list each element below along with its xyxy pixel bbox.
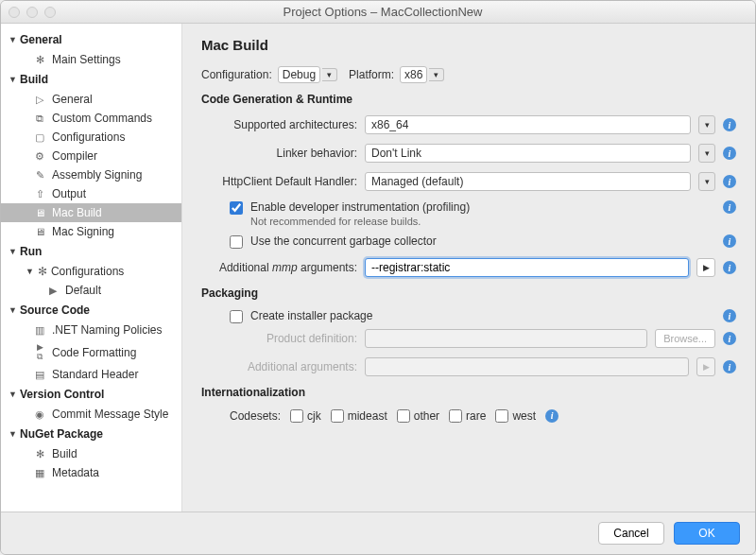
titlebar: Project Options – MacCollectionNew (1, 1, 755, 24)
terminal-icon: ⧉ (33, 113, 46, 125)
ok-button[interactable]: OK (674, 522, 740, 545)
linker-select[interactable]: Don't Link (365, 144, 691, 163)
info-icon[interactable] (723, 261, 736, 274)
other-checkbox[interactable] (397, 409, 410, 423)
configuration-label: Configuration: (201, 68, 272, 81)
rare-checkbox[interactable] (449, 409, 462, 423)
codeset-other[interactable]: other (397, 408, 439, 423)
box-icon: ▢ (33, 131, 46, 144)
gear-icon: ✻ (33, 54, 46, 66)
check-icon: ◉ (33, 408, 46, 421)
monitor-icon: 🖥 (33, 226, 46, 237)
window-body: ▼General ✻Main Settings ▼Build ▷General … (1, 24, 755, 512)
play-button[interactable]: ▶ (696, 258, 715, 277)
sidebar-section-run[interactable]: ▼Run (1, 241, 181, 262)
sidebar-item-custom-commands[interactable]: ⧉Custom Commands (1, 109, 181, 128)
sidebar-item-naming-policies[interactable]: ▥.NET Naming Policies (1, 321, 181, 339)
installer-checkbox[interactable] (230, 310, 243, 323)
info-icon[interactable] (723, 175, 736, 188)
linker-label: Linker behavior: (201, 147, 357, 160)
section-i18n: Internationalization (201, 386, 736, 399)
sidebar-item-build-general[interactable]: ▷General (1, 90, 181, 109)
disclosure-icon: ▼ (9, 429, 16, 439)
sidebar-section-general[interactable]: ▼General (1, 29, 181, 50)
info-icon[interactable] (723, 309, 736, 322)
codeset-mideast[interactable]: mideast (331, 408, 387, 423)
sidebar-item-assembly-signing[interactable]: ✎Assembly Signing (1, 165, 181, 184)
platform-label: Platform: (349, 68, 394, 81)
codeset-rare[interactable]: rare (449, 408, 486, 423)
sidebar-item-commit-style[interactable]: ◉Commit Message Style (1, 405, 181, 424)
mideast-checkbox[interactable] (331, 409, 344, 423)
gc-label: Use the concurrent garbage collector (250, 234, 437, 249)
codesets-label: Codesets: (230, 409, 281, 423)
gear-icon: ✻ (33, 448, 46, 460)
sidebar-item-mac-build[interactable]: 🖥Mac Build (1, 203, 181, 222)
arch-select[interactable]: x86_64 (365, 115, 691, 134)
browse-button: Browse... (655, 329, 715, 348)
chevron-down-icon[interactable]: ▾ (429, 68, 444, 81)
codeset-west[interactable]: west (495, 408, 536, 423)
section-packaging: Packaging (201, 286, 736, 300)
cjk-checkbox[interactable] (290, 409, 303, 423)
configuration-select[interactable]: Debug (278, 66, 320, 83)
play-icon: ▷ (33, 94, 46, 106)
addargs-input (365, 357, 689, 376)
platform-select[interactable]: x86 (400, 66, 427, 83)
sidebar-item-standard-header[interactable]: ▤Standard Header (1, 365, 181, 384)
cancel-button[interactable]: Cancel (598, 522, 664, 545)
http-label: HttpClient Default Handler: (201, 175, 357, 188)
info-icon[interactable] (545, 409, 558, 423)
sidebar-section-nuget[interactable]: ▼NuGet Package (1, 424, 181, 444)
config-platform-row: Configuration: Debug▾ Platform: x86▾ (201, 66, 736, 83)
page-icon: ▥ (33, 324, 46, 337)
format-icon: ▶ ⧉ (33, 342, 46, 362)
west-checkbox[interactable] (495, 409, 508, 423)
compiler-icon: ⚙ (33, 150, 46, 163)
proddef-input (365, 329, 647, 348)
http-select[interactable]: Managed (default) (365, 172, 691, 191)
mmp-input[interactable] (365, 258, 689, 277)
info-icon[interactable] (723, 332, 736, 345)
chevron-down-icon[interactable]: ▾ (698, 172, 715, 191)
sidebar-item-nuget-build[interactable]: ✻Build (1, 444, 181, 463)
project-options-window: Project Options – MacCollectionNew ▼Gene… (0, 0, 756, 555)
info-icon[interactable] (723, 234, 736, 248)
sidebar-item-mac-signing[interactable]: 🖥Mac Signing (1, 222, 181, 241)
sidebar: ▼General ✻Main Settings ▼Build ▷General … (1, 24, 182, 512)
dialog-footer: Cancel OK (1, 512, 755, 554)
info-icon[interactable] (723, 147, 736, 160)
profiling-checkbox[interactable] (230, 201, 243, 215)
chevron-down-icon[interactable]: ▾ (698, 115, 715, 134)
sidebar-item-configurations[interactable]: ▢Configurations (1, 128, 181, 147)
disclosure-icon: ▼ (9, 390, 16, 399)
sidebar-item-main-settings[interactable]: ✻Main Settings (1, 50, 181, 69)
chevron-down-icon[interactable]: ▾ (698, 144, 715, 163)
sidebar-item-code-formatting[interactable]: ▶ ⧉Code Formatting (1, 339, 181, 365)
main-panel: Mac Build Configuration: Debug▾ Platform… (182, 24, 755, 512)
info-icon[interactable] (723, 360, 736, 373)
info-icon[interactable] (723, 118, 736, 131)
header-icon: ▤ (33, 369, 46, 381)
play-button: ▶ (696, 357, 715, 376)
gc-checkbox[interactable] (230, 235, 243, 249)
play-icon: ▶ (46, 285, 60, 297)
section-codegen: Code Generation & Runtime (201, 93, 736, 106)
window-title: Project Options – MacCollectionNew (18, 5, 747, 19)
addargs-label: Additional arguments: (201, 360, 357, 373)
page-title: Mac Build (201, 37, 736, 53)
sidebar-item-nuget-metadata[interactable]: ▦Metadata (1, 463, 181, 482)
profiling-text: Enable developer instrumentation (profil… (250, 200, 470, 229)
sidebar-item-output[interactable]: ⇧Output (1, 184, 181, 203)
sidebar-item-default[interactable]: ▶Default (1, 281, 181, 300)
codesets-row: Codesets: cjk mideast other rare west (230, 408, 736, 423)
sidebar-section-version-control[interactable]: ▼Version Control (1, 384, 181, 405)
sidebar-section-build[interactable]: ▼Build (1, 69, 181, 90)
sidebar-item-compiler[interactable]: ⚙Compiler (1, 147, 181, 165)
info-icon[interactable] (723, 200, 736, 214)
chevron-down-icon[interactable]: ▾ (322, 68, 337, 81)
sidebar-sub-configurations[interactable]: ▼✻Configurations (1, 262, 181, 281)
codeset-cjk[interactable]: cjk (290, 408, 321, 423)
installer-label: Create installer package (250, 309, 372, 323)
sidebar-section-source-code[interactable]: ▼Source Code (1, 300, 181, 321)
